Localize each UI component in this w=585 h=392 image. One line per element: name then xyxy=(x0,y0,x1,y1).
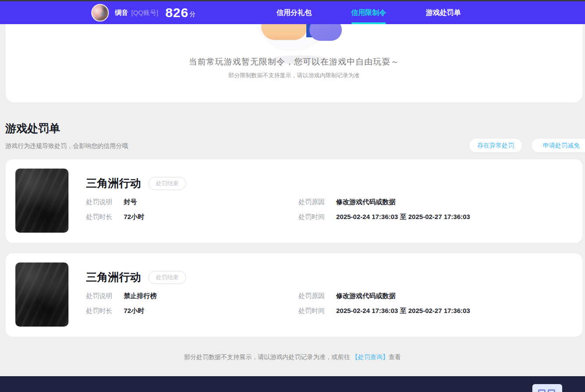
punishment-duration-field: 处罚时长 72小时 xyxy=(86,213,144,221)
disclaimer-prefix: 部分处罚数据不支持展示，请以游戏内处罚记录为准，或前往 xyxy=(184,353,352,360)
punishment-desc-field: 处罚说明 封号 xyxy=(86,198,137,206)
section-subtitle: 游戏行为违规导致处罚，会影响您的信用分哦 xyxy=(5,142,128,150)
user-name: 绸音 xyxy=(115,9,128,17)
illustration-purple-capsule xyxy=(309,24,342,41)
punishment-card: 三角洲行动 处罚结束 处罚说明 封号 处罚原因 修改游戏代码或数据 处罚时长 7… xyxy=(6,159,582,243)
status-badge: 处罚结束 xyxy=(148,177,186,190)
section-title: 游戏处罚单 xyxy=(5,121,60,136)
footer-bar xyxy=(0,376,585,392)
account-type-label: [QQ账号] xyxy=(131,9,158,17)
game-thumbnail xyxy=(15,169,68,233)
floating-widget[interactable] xyxy=(532,384,562,392)
no-restriction-message: 当前常玩游戏暂无限制令，您可以在游戏中自由玩耍～ xyxy=(6,56,582,68)
field-value: 封号 xyxy=(124,198,137,206)
credit-score-unit: 分 xyxy=(190,11,196,18)
field-label: 处罚时长 xyxy=(86,213,112,221)
game-thumbnail xyxy=(15,263,68,327)
card-title-row: 三角洲行动 处罚结束 xyxy=(86,270,186,284)
avatar[interactable] xyxy=(91,4,109,22)
top-border-strip xyxy=(0,0,585,1)
tab-credit-restriction-label: 信用限制令 xyxy=(351,8,386,18)
restriction-disclaimer: 部分限制数据不支持显示，请以游戏内限制记录为准 xyxy=(6,72,582,79)
tab-credit-restriction[interactable]: 信用限制令 xyxy=(347,1,391,24)
user-cluster: 绸音 [QQ账号] 826 分 xyxy=(91,1,196,24)
punishment-desc-field: 处罚说明 禁止排行榜 xyxy=(86,292,157,300)
field-value: 修改游戏代码或数据 xyxy=(336,292,395,300)
field-value: 2025-02-24 17:36:03 至 2025-02-27 17:36:0… xyxy=(336,213,470,221)
status-badge: 处罚结束 xyxy=(148,271,186,284)
active-tab-underline xyxy=(352,22,386,24)
punishment-time-field: 处罚时间 2025-02-24 17:36:03 至 2025-02-27 17… xyxy=(298,213,470,221)
punishment-reason-field: 处罚原因 修改游戏代码或数据 xyxy=(298,292,395,300)
field-value: 2025-02-24 17:36:03 至 2025-02-27 17:36:0… xyxy=(336,307,470,315)
punishment-duration-field: 处罚时长 72小时 xyxy=(86,307,144,315)
field-value: 禁止排行榜 xyxy=(124,292,157,300)
field-label: 处罚时间 xyxy=(298,307,325,315)
illustration-peach-capsule xyxy=(261,24,308,40)
field-label: 处罚原因 xyxy=(298,198,325,206)
punishment-card: 三角洲行动 处罚结束 处罚说明 禁止排行榜 处罚原因 修改游戏代码或数据 处罚时… xyxy=(6,253,582,337)
field-value: 72小时 xyxy=(124,213,144,221)
disclaimer-suffix: 查看 xyxy=(388,353,401,360)
field-label: 处罚说明 xyxy=(86,292,112,300)
field-value: 72小时 xyxy=(124,307,144,315)
credit-score: 826 xyxy=(165,5,189,20)
floating-widget-icon xyxy=(538,389,555,392)
restriction-panel: 当前常玩游戏暂无限制令，您可以在游戏中自由玩耍～ 部分限制数据不支持显示，请以游… xyxy=(6,24,582,102)
field-label: 处罚时间 xyxy=(298,213,325,221)
navbar: 绸音 [QQ账号] 826 分 信用分礼包 信用限制令 游戏处罚单 xyxy=(0,1,585,24)
card-title-row: 三角洲行动 处罚结束 xyxy=(86,176,186,191)
punishment-query-link[interactable]: 【处罚查询】 xyxy=(352,353,388,360)
game-name: 三角洲行动 xyxy=(86,176,141,191)
punishment-reason-field: 处罚原因 修改游戏代码或数据 xyxy=(298,198,395,206)
punishment-time-field: 处罚时间 2025-02-24 17:36:03 至 2025-02-27 17… xyxy=(298,307,470,315)
tab-game-punishment[interactable]: 游戏处罚单 xyxy=(421,1,465,24)
field-label: 处罚原因 xyxy=(298,292,325,300)
punishment-disclaimer: 部分处罚数据不支持展示，请以游戏内处罚记录为准，或前往 【处罚查询】查看 xyxy=(0,353,585,361)
abnormal-punishment-button[interactable]: 存在异常处罚 xyxy=(470,139,522,152)
field-label: 处罚时长 xyxy=(86,307,112,315)
punishment-relief-button[interactable]: 申请处罚减免 xyxy=(532,139,585,152)
field-value: 修改游戏代码或数据 xyxy=(336,198,395,206)
field-label: 处罚说明 xyxy=(86,198,112,206)
game-name: 三角洲行动 xyxy=(86,270,141,284)
tab-credit-gift[interactable]: 信用分礼包 xyxy=(272,1,316,24)
